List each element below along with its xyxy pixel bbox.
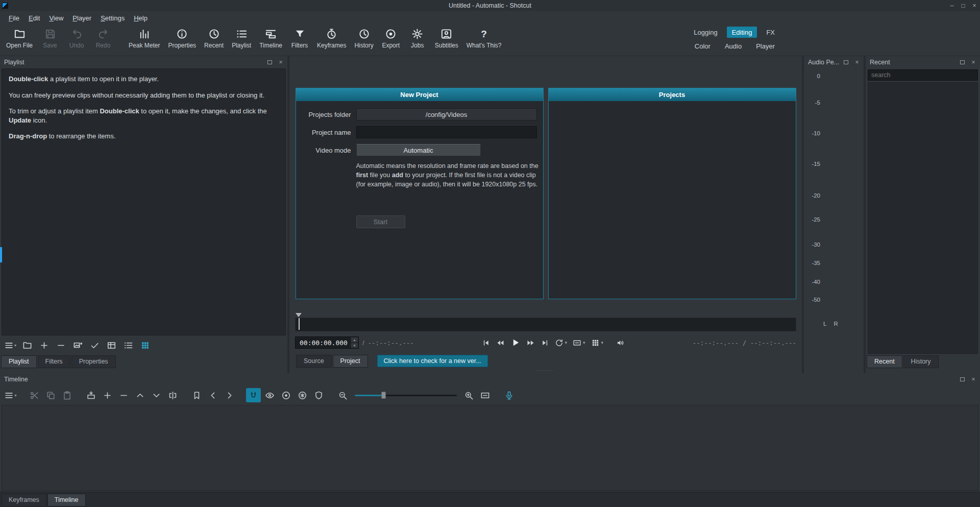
whats-this-button[interactable]: ?What's This? xyxy=(462,26,506,51)
skip-next-button[interactable] xyxy=(541,339,549,347)
snap-button[interactable] xyxy=(246,388,261,402)
append-button[interactable] xyxy=(100,388,115,402)
zoom-out-button[interactable] xyxy=(335,388,350,402)
peak-meter-button[interactable]: Peak Meter xyxy=(125,26,164,51)
playlist-update-button[interactable] xyxy=(87,338,102,352)
volume-button[interactable] xyxy=(616,339,625,347)
menu-settings[interactable]: Settings xyxy=(96,13,129,23)
tab-keyframes[interactable]: Keyframes xyxy=(2,494,46,506)
minimize-button[interactable]: – xyxy=(946,0,958,11)
audio-meter-close-button[interactable]: × xyxy=(853,59,861,66)
playlist-open-button[interactable] xyxy=(19,338,35,352)
project-name-input[interactable] xyxy=(356,126,537,138)
layout-logging-button[interactable]: Logging xyxy=(689,27,722,38)
start-button[interactable]: Start xyxy=(356,215,405,228)
seek-track[interactable] xyxy=(295,318,796,331)
properties-button[interactable]: Properties xyxy=(164,26,200,51)
tab-recent[interactable]: Recent xyxy=(867,355,902,368)
tab-history[interactable]: History xyxy=(903,355,939,368)
overwrite-clip-button[interactable] xyxy=(149,388,164,402)
layout-audio-button[interactable]: Audio xyxy=(720,40,747,52)
playlist-add-files-button[interactable] xyxy=(70,338,85,352)
update-check-button[interactable]: Click here to check for a new ver... xyxy=(377,355,488,367)
projects-folder-button[interactable]: /config/Videos xyxy=(356,108,537,120)
playlist-close-button[interactable]: × xyxy=(277,59,284,66)
menu-player[interactable]: Player xyxy=(68,13,96,23)
copy-button[interactable] xyxy=(43,388,58,402)
play-button[interactable] xyxy=(510,337,521,348)
tab-timeline[interactable]: Timeline xyxy=(47,494,86,506)
recent-close-button[interactable]: × xyxy=(970,59,977,66)
layout-player-button[interactable]: Player xyxy=(751,40,780,52)
timeline-float-button[interactable] xyxy=(959,376,966,383)
menu-file[interactable]: File xyxy=(4,13,24,23)
next-marker-button[interactable] xyxy=(222,388,237,402)
playlist-button[interactable]: Playlist xyxy=(228,26,255,51)
spin-down-button[interactable]: ▾ xyxy=(351,343,358,348)
close-button[interactable]: × xyxy=(969,0,980,11)
scrub-while-dragging-button[interactable] xyxy=(262,388,277,402)
playlist-float-button[interactable] xyxy=(266,59,273,66)
playlist-view-details-button[interactable] xyxy=(104,338,119,352)
playlist-add-button[interactable] xyxy=(36,338,52,352)
split-button[interactable] xyxy=(165,388,180,402)
playlist-view-icons-button[interactable] xyxy=(137,338,153,352)
ripple-delete-button[interactable] xyxy=(116,388,131,402)
maximize-button[interactable]: □ xyxy=(958,0,969,11)
ripple-button[interactable] xyxy=(279,388,293,402)
timeline-menu-button[interactable]: ▾ xyxy=(3,388,18,402)
timeline-close-button[interactable]: × xyxy=(970,376,977,383)
export-button[interactable]: Export xyxy=(378,26,404,51)
recent-button[interactable]: Recent xyxy=(200,26,228,51)
timeline-tracks-area[interactable] xyxy=(2,405,978,491)
audio-meter-float-button[interactable] xyxy=(842,59,849,66)
keyframes-button[interactable]: Keyframes xyxy=(313,26,350,51)
playlist-remove-button[interactable] xyxy=(53,338,68,352)
zoom-slider-handle[interactable] xyxy=(381,392,386,399)
splitter-handle[interactable]: ······ xyxy=(295,369,796,373)
menu-help[interactable]: Help xyxy=(129,13,152,23)
skip-previous-button[interactable] xyxy=(482,339,491,347)
cut-button[interactable] xyxy=(27,388,42,402)
tab-project[interactable]: Project xyxy=(333,355,368,368)
previous-marker-button[interactable] xyxy=(206,388,220,402)
lift-button[interactable] xyxy=(133,388,148,402)
open-file-button[interactable]: Open File xyxy=(2,26,37,51)
subtitles-button[interactable]: Subtitles xyxy=(431,26,462,51)
playhead-marker[interactable] xyxy=(296,313,302,317)
tab-source[interactable]: Source xyxy=(296,355,332,368)
marker-button[interactable] xyxy=(189,388,204,402)
ripple-all-tracks-button[interactable] xyxy=(295,388,310,402)
tab-properties[interactable]: Properties xyxy=(71,355,116,368)
playlist-view-tiles-button[interactable] xyxy=(120,338,136,352)
menu-edit[interactable]: Edit xyxy=(24,13,44,23)
overwrite-button[interactable] xyxy=(84,388,99,402)
save-button[interactable]: Save xyxy=(37,26,63,51)
video-mode-button[interactable]: Automatic xyxy=(356,144,481,156)
menu-view[interactable]: View xyxy=(44,13,68,23)
loop-button[interactable]: ▾ xyxy=(555,339,568,347)
jobs-button[interactable]: Jobs xyxy=(404,26,431,51)
zoom-fit-timeline-button[interactable] xyxy=(478,388,493,402)
zoom-fit-button[interactable]: ▾ xyxy=(573,339,585,347)
playlist-menu-button[interactable]: ▾ xyxy=(3,338,18,352)
spin-up-button[interactable]: ▴ xyxy=(351,337,358,343)
record-audio-button[interactable] xyxy=(502,388,517,402)
filters-button[interactable]: Filters xyxy=(286,26,313,51)
fast-forward-button[interactable] xyxy=(526,339,535,347)
undo-button[interactable]: Undo xyxy=(63,26,90,51)
zoom-in-button[interactable] xyxy=(461,388,476,402)
redo-button[interactable]: Redo xyxy=(90,26,116,51)
timecode-spinner[interactable]: 00:00:00.000 ▴ ▾ xyxy=(295,336,359,349)
rewind-button[interactable] xyxy=(496,339,505,347)
projects-list[interactable] xyxy=(549,101,796,115)
zoom-slider-track[interactable] xyxy=(355,395,457,396)
history-button[interactable]: History xyxy=(350,26,377,51)
layout-editing-button[interactable]: Editing xyxy=(727,27,757,38)
timeline-zoom-slider[interactable] xyxy=(355,391,457,399)
recent-float-button[interactable] xyxy=(959,59,966,66)
recent-list[interactable] xyxy=(868,82,978,354)
layout-fx-button[interactable]: FX xyxy=(761,27,780,38)
grid-button[interactable]: ▾ xyxy=(591,339,604,347)
timeline-button[interactable]: Timeline xyxy=(255,26,286,51)
